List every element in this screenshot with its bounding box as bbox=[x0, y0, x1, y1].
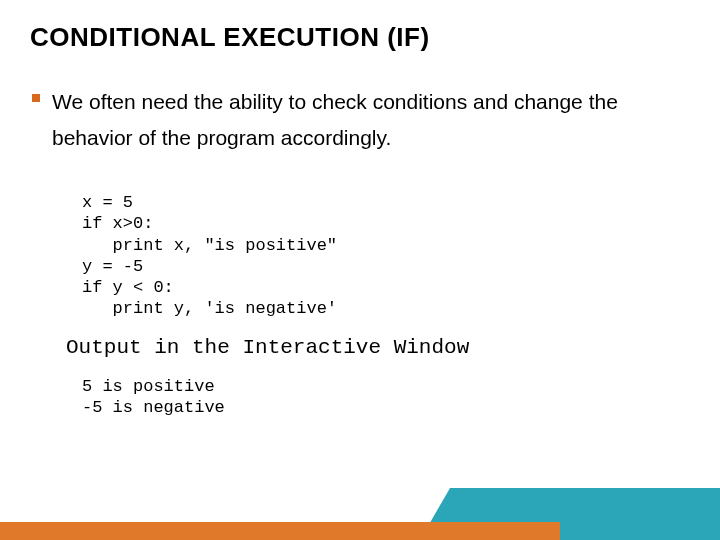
footer-accent-teal-edge bbox=[540, 488, 720, 540]
output-block: 5 is positive -5 is negative bbox=[82, 376, 225, 419]
code-block: x = 5 if x>0: print x, "is positive" y =… bbox=[82, 192, 337, 320]
footer-accent-orange bbox=[0, 522, 560, 540]
bullet-item: We often need the ability to check condi… bbox=[32, 84, 662, 155]
slide-title: CONDITIONAL EXECUTION (IF) bbox=[30, 22, 430, 53]
bullet-text: We often need the ability to check condi… bbox=[52, 84, 662, 155]
output-label: Output in the Interactive Window bbox=[66, 336, 469, 359]
bullet-square-icon bbox=[32, 94, 40, 102]
